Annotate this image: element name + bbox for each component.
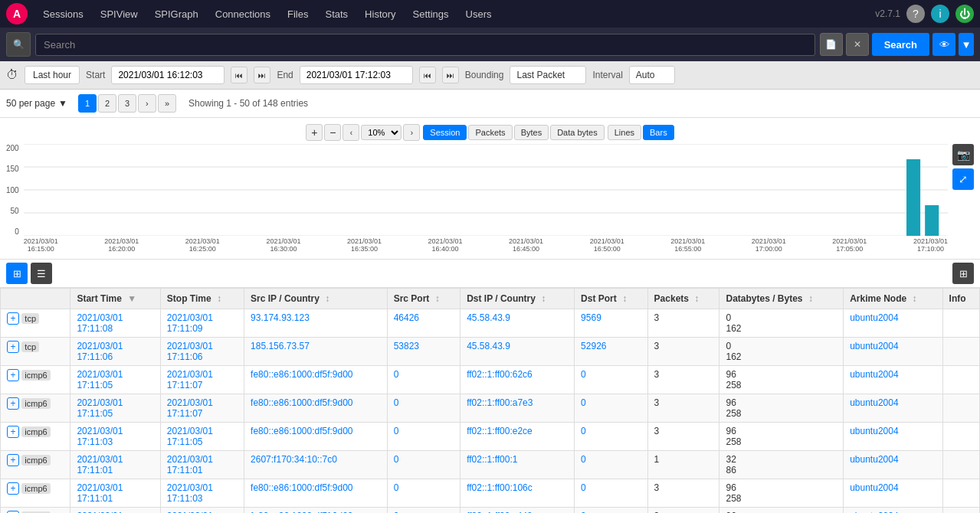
row-src-port: 0	[387, 479, 461, 508]
zoom-next-btn[interactable]: ›	[403, 124, 420, 141]
row-start-time: 2021/03/0117:11:01	[70, 451, 160, 479]
chart-session-btn[interactable]: Session	[423, 125, 467, 140]
per-page-icon[interactable]: ▼	[58, 98, 67, 109]
save-search-icon[interactable]: 📄	[820, 33, 843, 56]
zoom-level-select[interactable]: 10%	[361, 125, 402, 140]
table-row[interactable]: + icmp6 2021/03/0117:11:05 2021/03/0117:…	[1, 366, 980, 394]
table-row[interactable]: + icmp6 2021/03/0117:11:01 2021/03/0117:…	[1, 508, 980, 514]
col-packets[interactable]: Packets ↕	[647, 289, 719, 309]
expand-row-btn[interactable]: +	[7, 426, 19, 438]
grid-view-btn[interactable]: ⊞	[6, 263, 28, 284]
row-dst-ip: 45.58.43.9	[461, 309, 575, 338]
zoom-in-btn[interactable]: +	[306, 124, 323, 141]
col-stop-time[interactable]: Stop Time ↕	[160, 289, 244, 309]
eye-button[interactable]: 👁	[932, 33, 955, 56]
search-dropdown-button[interactable]: ▼	[959, 33, 974, 56]
row-dst-port: 52926	[575, 338, 648, 366]
nav-connections[interactable]: Connections	[208, 4, 278, 25]
table-row[interactable]: + icmp6 2021/03/0117:11:03 2021/03/0117:…	[1, 423, 980, 451]
page-next-btn[interactable]: ›	[138, 94, 156, 113]
row-start-time: 2021/03/0117:11:08	[70, 309, 160, 338]
help-icon-btn[interactable]: ?	[906, 5, 925, 23]
search-icon[interactable]: 🔍	[6, 32, 31, 57]
clear-search-icon[interactable]: ✕	[846, 33, 869, 56]
table-body: + tcp 2021/03/0117:11:08 2021/03/0117:11…	[1, 309, 980, 514]
search-input[interactable]	[35, 34, 815, 56]
page-2-btn[interactable]: 2	[98, 94, 116, 113]
time-preset-selector[interactable]: Last hour	[25, 66, 80, 84]
nav-spiview[interactable]: SPIView	[93, 4, 146, 25]
nav-stats[interactable]: Stats	[317, 4, 356, 25]
y-label-50: 50	[6, 207, 19, 215]
y-axis-labels: 200 150 100 50 0	[6, 144, 24, 236]
end-next-arrow[interactable]: ⏭	[442, 67, 459, 83]
svg-rect-5	[906, 159, 920, 236]
row-expand-cell: + icmp6	[1, 508, 70, 514]
column-settings-btn[interactable]: ⊞	[952, 263, 974, 284]
page-3-btn[interactable]: 3	[118, 94, 136, 113]
table-row[interactable]: + tcp 2021/03/0117:11:06 2021/03/0117:11…	[1, 338, 980, 366]
expand-row-btn[interactable]: +	[7, 369, 19, 381]
col-dst-ip[interactable]: Dst IP / Country ↕	[461, 289, 575, 309]
col-src-ip[interactable]: Src IP / Country ↕	[244, 289, 388, 309]
nav-settings[interactable]: Settings	[405, 4, 457, 25]
expand-row-btn[interactable]: +	[7, 454, 19, 466]
col-start-time[interactable]: Start Time ▼	[70, 289, 160, 309]
info-icon-btn[interactable]: i	[931, 5, 949, 23]
expand-row-btn[interactable]: +	[7, 312, 19, 325]
bounding-select[interactable]: Last Packet	[510, 66, 586, 84]
col-databytes[interactable]: Databytes / Bytes ↕	[719, 289, 844, 309]
expand-row-btn[interactable]: +	[7, 397, 19, 410]
nav-history[interactable]: History	[357, 4, 403, 25]
chart-camera-icon[interactable]: 📷	[952, 144, 974, 165]
start-time-field[interactable]	[118, 70, 218, 80]
table-row[interactable]: + tcp 2021/03/0117:11:08 2021/03/0117:11…	[1, 309, 980, 338]
end-time-input[interactable]	[300, 66, 413, 84]
col-node[interactable]: Arkime Node ↕	[844, 289, 942, 309]
expand-row-btn[interactable]: +	[7, 341, 19, 353]
zoom-out-btn[interactable]: −	[324, 124, 341, 141]
table-row[interactable]: + icmp6 2021/03/0117:11:05 2021/03/0117:…	[1, 394, 980, 423]
start-next-arrow[interactable]: ⏭	[254, 67, 270, 83]
x-label-8: 2021/03/0116:55:00	[670, 237, 705, 253]
row-dst-ip: ff02::1:ff00:c440	[461, 508, 575, 514]
col-src-port[interactable]: Src Port ↕	[387, 289, 461, 309]
top-nav: A Sessions SPIView SPIGraph Connections …	[0, 0, 980, 28]
table-row[interactable]: + icmp6 2021/03/0117:11:01 2021/03/0117:…	[1, 451, 980, 479]
col-dst-port[interactable]: Dst Port ↕	[575, 289, 648, 309]
page-last-btn[interactable]: »	[158, 94, 176, 113]
app-logo: A	[6, 3, 28, 25]
chart-lines-btn[interactable]: Lines	[608, 125, 641, 140]
end-prev-arrow[interactable]: ⏮	[419, 67, 436, 83]
nav-users[interactable]: Users	[458, 4, 500, 25]
power-icon-btn[interactable]: ⏻	[955, 5, 974, 23]
per-page-selector: 50 per page ▼	[6, 98, 67, 109]
interval-input[interactable]: Auto	[629, 66, 675, 84]
x-label-1: 2021/03/0116:20:00	[104, 237, 139, 253]
row-databytes: 96258	[719, 508, 844, 514]
page-1-btn[interactable]: 1	[78, 94, 97, 113]
chart-databytes-btn[interactable]: Data bytes	[550, 125, 605, 140]
table-row[interactable]: + icmp6 2021/03/0117:11:01 2021/03/0117:…	[1, 479, 980, 508]
chart-packets-btn[interactable]: Packets	[468, 125, 512, 140]
zoom-prev-btn[interactable]: ‹	[343, 124, 359, 141]
row-stop-time: 2021/03/0117:11:09	[160, 309, 244, 338]
x-label-6: 2021/03/0116:45:00	[509, 237, 543, 253]
row-start-time: 2021/03/0117:11:06	[70, 338, 160, 366]
x-label-5: 2021/03/0116:40:00	[428, 237, 463, 253]
nav-spigraph[interactable]: SPIGraph	[147, 4, 206, 25]
search-button[interactable]: Search	[872, 33, 929, 56]
start-time-input[interactable]	[111, 66, 225, 84]
start-prev-arrow[interactable]: ⏮	[231, 67, 247, 83]
expand-row-btn[interactable]: +	[7, 482, 19, 495]
chart-bars-btn[interactable]: Bars	[643, 125, 674, 140]
nav-files[interactable]: Files	[280, 4, 316, 25]
list-view-btn[interactable]: ☰	[31, 263, 52, 284]
row-start-time: 2021/03/0117:11:05	[70, 366, 160, 394]
chart-bytes-btn[interactable]: Bytes	[514, 125, 549, 140]
row-expand-cell: + tcp	[1, 309, 70, 338]
protocol-badge: icmp6	[21, 483, 50, 494]
end-time-field[interactable]	[306, 70, 406, 80]
chart-expand-icon[interactable]: ⤢	[952, 168, 974, 190]
nav-sessions[interactable]: Sessions	[35, 4, 91, 25]
